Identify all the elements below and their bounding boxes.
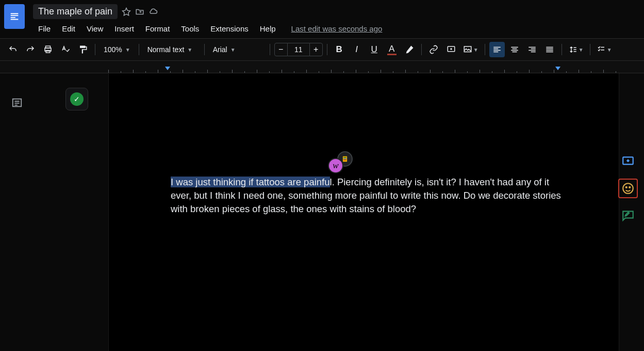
suggest-edits-icon[interactable] xyxy=(618,205,638,225)
font-size-decrease[interactable]: − xyxy=(274,43,288,56)
svg-rect-7 xyxy=(343,157,346,158)
highlight-color-button[interactable] xyxy=(402,42,417,57)
grammar-check-badge[interactable]: ✓ xyxy=(65,88,88,110)
collaborator-avatar[interactable]: w xyxy=(328,158,343,173)
menu-help[interactable]: Help xyxy=(255,22,281,35)
svg-point-11 xyxy=(623,183,633,194)
checkmark-icon: ✓ xyxy=(70,92,84,106)
line-spacing-icon[interactable]: ▼ xyxy=(566,42,586,57)
text-color-button[interactable]: A xyxy=(384,42,400,57)
document-page[interactable]: w I was just thinking if tattoos are pai… xyxy=(108,73,619,351)
bold-button[interactable]: B xyxy=(332,42,347,57)
selected-text: I was just thinking if tattoos are painf… xyxy=(171,177,330,187)
font-select[interactable]: Arial▼ xyxy=(209,42,266,57)
align-center-icon[interactable] xyxy=(507,42,522,57)
menu-insert[interactable]: Insert xyxy=(109,22,139,35)
insert-link-icon[interactable] xyxy=(426,42,441,57)
menu-file[interactable]: File xyxy=(33,22,56,35)
menu-tools[interactable]: Tools xyxy=(176,22,204,35)
align-justify-icon[interactable] xyxy=(542,42,557,57)
print-icon[interactable] xyxy=(40,42,56,57)
svg-point-13 xyxy=(629,187,630,188)
move-folder-icon[interactable] xyxy=(135,7,144,17)
spellcheck-icon[interactable] xyxy=(58,42,73,57)
zoom-select[interactable]: 100%▼ xyxy=(100,42,135,57)
menubar: File Edit View Insert Format Tools Exten… xyxy=(33,22,382,35)
last-edit-link[interactable]: Last edit was seconds ago xyxy=(291,24,383,33)
left-indent-marker[interactable] xyxy=(165,67,170,70)
svg-point-12 xyxy=(626,187,627,188)
align-right-icon[interactable] xyxy=(524,42,540,57)
outline-toggle-icon[interactable] xyxy=(9,95,25,110)
toolbar: 100%▼ Normal text▼ Arial▼ − 11 + B I U A… xyxy=(0,38,644,61)
insert-image-icon[interactable]: ▼ xyxy=(461,42,481,57)
undo-icon[interactable] xyxy=(5,42,21,57)
underline-button[interactable]: U xyxy=(367,42,382,57)
italic-button[interactable]: I xyxy=(349,42,365,57)
menu-format[interactable]: Format xyxy=(140,22,175,35)
menu-view[interactable]: View xyxy=(81,22,108,35)
document-title[interactable]: The maple of pain xyxy=(33,4,118,19)
redo-icon[interactable] xyxy=(23,42,38,57)
font-size-increase[interactable]: + xyxy=(309,43,323,56)
align-left-icon[interactable] xyxy=(489,42,505,57)
add-comment-side-icon[interactable] xyxy=(618,152,638,171)
emoji-reaction-icon[interactable] xyxy=(618,179,638,198)
paint-format-icon[interactable] xyxy=(75,42,91,57)
font-size-value[interactable]: 11 xyxy=(288,43,309,56)
menu-edit[interactable]: Edit xyxy=(57,22,80,35)
add-comment-icon[interactable] xyxy=(443,42,459,57)
svg-rect-8 xyxy=(343,158,346,159)
docs-app-icon[interactable] xyxy=(4,4,25,29)
paragraph-style-select[interactable]: Normal text▼ xyxy=(143,42,200,57)
menu-extensions[interactable]: Extensions xyxy=(205,22,253,35)
star-icon[interactable] xyxy=(122,7,131,17)
right-indent-marker[interactable] xyxy=(555,67,560,70)
cloud-status-icon[interactable] xyxy=(148,7,158,17)
ruler[interactable]: 21123456789101112131415161718 xyxy=(0,61,644,73)
document-body[interactable]: I was just thinking if tattoos are painf… xyxy=(171,176,563,216)
checklist-icon[interactable]: ▼ xyxy=(595,42,614,57)
svg-rect-9 xyxy=(343,159,346,160)
